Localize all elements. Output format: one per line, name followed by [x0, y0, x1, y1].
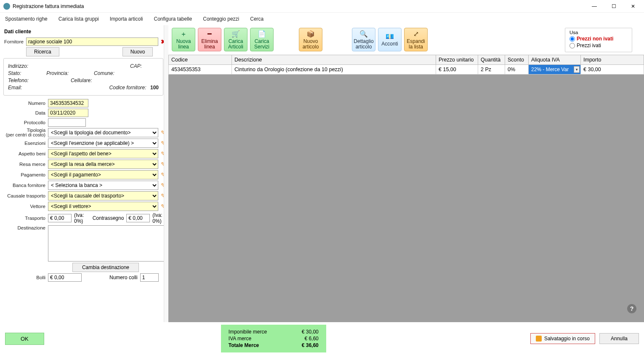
- iva-label: IVA merce: [229, 336, 251, 342]
- trasporto-iva: (Iva: 0%): [74, 212, 88, 224]
- salvataggio-button[interactable]: Salvataggio in corso: [530, 333, 595, 344]
- toolbar: ＋Nuova linea ━Elimina linea 🛒Carica Arti…: [168, 25, 644, 55]
- contrassegno-input[interactable]: [126, 214, 150, 222]
- cell-sconto[interactable]: 0%: [505, 65, 529, 75]
- edit-resa-icon[interactable]: ✎: [161, 161, 166, 168]
- usa-title: Usa: [569, 30, 628, 35]
- edit-esenzioni-icon[interactable]: ✎: [161, 140, 166, 147]
- contrassegno-iva: (Iva: 0%): [152, 212, 166, 224]
- ok-button[interactable]: OK: [5, 333, 44, 345]
- nuovo-articolo-button[interactable]: 📦Nuovo articolo: [299, 28, 322, 51]
- imponibile-label: Imponibile merce: [229, 329, 267, 335]
- lines-grid: Codice Descrizione Prezzo unitario Quant…: [168, 55, 644, 75]
- imponibile-value: € 30,00: [302, 329, 319, 335]
- minimize-button[interactable]: —: [588, 3, 600, 9]
- esenzioni-select[interactable]: <Scegli l'esenzione (se applicabile) >: [48, 139, 158, 148]
- pagamento-select[interactable]: <Scegli il pagamento>: [48, 170, 158, 179]
- annulla-button[interactable]: Annulla: [599, 333, 639, 344]
- codice-fornitore-value: 100: [150, 85, 159, 91]
- col-descrizione[interactable]: Descrizione: [232, 55, 436, 65]
- protocollo-label: Protocollo: [3, 120, 45, 125]
- numero-input[interactable]: [48, 99, 88, 107]
- indirizzo-label: Indirizzo:: [8, 63, 28, 69]
- nuovo-fornitore-button[interactable]: Nuovo: [122, 47, 153, 56]
- cell-iva[interactable]: 22% - Merce Var▾: [529, 65, 581, 75]
- carica-articoli-button[interactable]: 🛒Carica Articoli: [224, 28, 247, 51]
- vettore-select[interactable]: <Scegli il vettore>: [48, 202, 158, 211]
- help-icon[interactable]: ?: [627, 304, 636, 313]
- col-codice[interactable]: Codice: [169, 55, 232, 65]
- app-icon: [3, 3, 10, 10]
- numero-label: Numero: [3, 101, 45, 106]
- destinazione-textarea[interactable]: [48, 225, 166, 262]
- edit-causale-icon[interactable]: ✎: [161, 192, 166, 199]
- totals-box: Imponibile merce€ 30,00 IVA merce€ 6,60 …: [221, 325, 326, 352]
- aspetto-label: Aspetto beni: [3, 151, 45, 156]
- plus-icon: ＋: [179, 30, 188, 38]
- comune-label: Comune:: [94, 70, 114, 76]
- cell-importo[interactable]: € 30,00: [581, 65, 644, 75]
- clear-fornitore-icon[interactable]: ✖: [161, 38, 166, 45]
- ricerca-button[interactable]: Ricerca: [26, 47, 59, 56]
- contrassegno-label: Contrassegno: [93, 215, 124, 221]
- menu-carica-lista[interactable]: Carica lista gruppi: [59, 16, 99, 22]
- menu-configura[interactable]: Configura tabelle: [154, 16, 192, 22]
- edit-aspetto-icon[interactable]: ✎: [161, 150, 166, 157]
- col-importo[interactable]: Importo: [581, 55, 644, 65]
- menu-conteggio[interactable]: Conteggio pezzi: [203, 16, 239, 22]
- main-area: Dati cliente Fornitore ✖ Ricerca Nuovo I…: [0, 25, 644, 322]
- bolli-label: Bolli: [3, 275, 45, 280]
- radio-ivati[interactable]: Prezzi ivati: [569, 43, 628, 48]
- tipologia-select[interactable]: <Scegli la tipologia del documento>: [48, 128, 158, 137]
- codice-fornitore-label: Codice fornitore: 100: [109, 85, 159, 91]
- cell-descrizione[interactable]: Cinturino da Orologio (confezione da 10 …: [232, 65, 436, 75]
- save-icon: [536, 336, 542, 342]
- banca-select[interactable]: < Seleziona la banca >: [48, 181, 158, 190]
- resa-select[interactable]: <Scegli la resa della merce>: [48, 160, 158, 169]
- data-input[interactable]: [48, 109, 88, 117]
- table-row[interactable]: 4534535353 Cinturino da Orologio (confez…: [169, 65, 644, 75]
- cell-codice[interactable]: 4534535353: [169, 65, 232, 75]
- expand-icon: ⤢: [412, 30, 420, 38]
- trasporto-input[interactable]: [48, 214, 72, 222]
- elimina-linea-button[interactable]: ━Elimina linea: [198, 28, 221, 51]
- colli-label: Numero colli: [109, 275, 138, 280]
- grid-wrapper[interactable]: Codice Descrizione Prezzo unitario Quant…: [168, 55, 644, 322]
- cell-prezzo[interactable]: € 15,00: [436, 65, 478, 75]
- provincia-label: Provincia:: [46, 70, 69, 76]
- fornitore-input[interactable]: [26, 37, 158, 46]
- menu-importa[interactable]: Importa articoli: [110, 16, 143, 22]
- iva-dropdown-icon[interactable]: ▾: [574, 66, 580, 73]
- dettaglio-articolo-button[interactable]: 🔍Dettaglio articolo: [352, 28, 375, 51]
- edit-pagamento-icon[interactable]: ✎: [161, 171, 166, 178]
- aspetto-select[interactable]: <Scegli l'aspetto del bene>: [48, 149, 158, 158]
- fornitore-label: Fornitore: [3, 39, 24, 44]
- radio-non-ivati[interactable]: Prezzi non ivati: [569, 36, 628, 42]
- address-box: Indirizzo:CAP: Stato:Provincia:Comune: T…: [3, 58, 163, 96]
- causale-select[interactable]: <Scegli la causale del trasporto>: [48, 191, 158, 200]
- magnifier-icon: 🔍: [359, 30, 368, 38]
- document-icon: 📄: [258, 30, 266, 38]
- cell-quantita[interactable]: 2 Pz: [478, 65, 505, 75]
- bolli-input[interactable]: [48, 273, 82, 282]
- col-iva[interactable]: Aliquota IVA: [529, 55, 581, 65]
- espandi-lista-button[interactable]: ⤢Espandi la lista: [404, 28, 428, 51]
- edit-vettore-icon[interactable]: ✎: [161, 203, 166, 210]
- acconti-button[interactable]: 💶Acconti: [378, 28, 402, 51]
- edit-tipologia-icon[interactable]: ✎: [161, 129, 166, 136]
- protocollo-input[interactable]: [48, 118, 86, 127]
- col-quantita[interactable]: Quantità: [478, 55, 505, 65]
- col-sconto[interactable]: Sconto: [505, 55, 529, 65]
- data-label: Data: [3, 110, 45, 115]
- menu-spostamento[interactable]: Spostamento righe: [5, 16, 48, 22]
- carica-servizi-button[interactable]: 📄Carica Servizi: [250, 28, 274, 51]
- edit-banca-icon[interactable]: ✎: [161, 182, 166, 189]
- close-button[interactable]: ✕: [627, 3, 639, 9]
- col-prezzo[interactable]: Prezzo unitario: [436, 55, 478, 65]
- cambia-destinazione-button[interactable]: Cambia destinazione: [72, 263, 139, 272]
- colli-input[interactable]: [140, 273, 159, 282]
- nuova-linea-button[interactable]: ＋Nuova linea: [172, 28, 195, 51]
- maximize-button[interactable]: ☐: [608, 3, 620, 9]
- menu-cerca[interactable]: Cerca: [250, 16, 263, 22]
- minus-icon: ━: [205, 30, 214, 38]
